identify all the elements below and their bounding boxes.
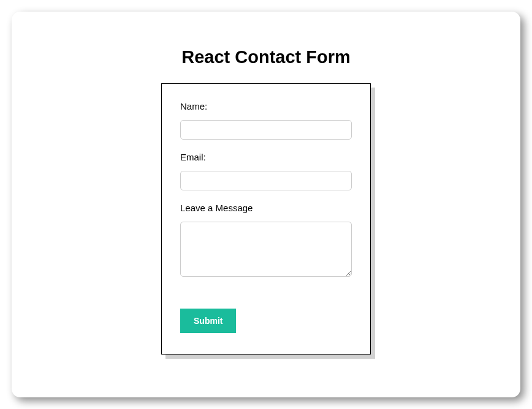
page-title: React Contact Form	[181, 47, 351, 67]
name-label: Name:	[180, 101, 352, 111]
email-input[interactable]	[180, 171, 352, 190]
name-input[interactable]	[180, 120, 352, 140]
app-card: React Contact Form Name: Email: Leave a …	[12, 12, 520, 397]
message-textarea[interactable]	[180, 222, 352, 277]
message-label: Leave a Message	[180, 203, 352, 213]
contact-form: Name: Email: Leave a Message Submit	[161, 83, 371, 355]
submit-button[interactable]: Submit	[180, 309, 236, 333]
email-label: Email:	[180, 152, 352, 162]
